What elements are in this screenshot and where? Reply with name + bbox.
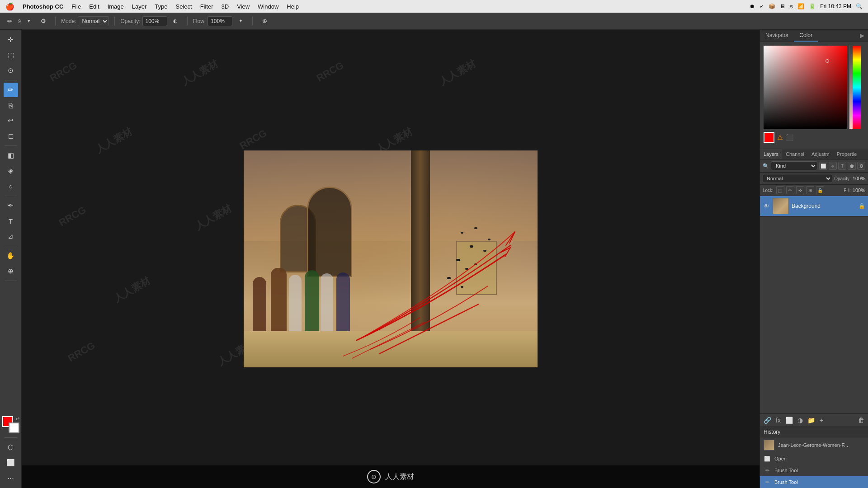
airbrush-btn[interactable]: ⊕: [258, 15, 271, 28]
tool-sep-1: [5, 80, 17, 80]
tool-eraser[interactable]: ◻: [4, 129, 18, 143]
lock-position-btn[interactable]: ✛: [796, 186, 804, 194]
tab-color[interactable]: Color: [794, 30, 818, 42]
opacity-jitter-btn[interactable]: ◐: [169, 15, 182, 28]
color-swatches-row: ⚠ ⬛: [764, 132, 861, 143]
tool-move[interactable]: ✛: [4, 33, 18, 47]
layer-effects-btn[interactable]: fx: [775, 416, 782, 425]
menu-type[interactable]: Type: [155, 3, 167, 10]
brush-settings-btn[interactable]: ⚙: [37, 15, 50, 28]
history-item-3[interactable]: ✏ Brush Tool: [760, 476, 868, 488]
tool-stamp[interactable]: ⎘: [4, 98, 18, 113]
flow-input[interactable]: [208, 16, 232, 26]
menu-edit[interactable]: Edit: [89, 3, 99, 10]
delete-layer-btn[interactable]: 🗑: [857, 416, 865, 425]
history-panel: History Jean-Leon-Gerome-Women-F... ⬜ Op…: [760, 427, 868, 488]
history-item-0[interactable]: Jean-Leon-Gerome-Women-F...: [760, 437, 868, 453]
menu-file[interactable]: File: [71, 3, 81, 10]
tool-brush[interactable]: ✏: [4, 83, 18, 97]
adjustment-layer-btn[interactable]: ◑: [797, 416, 804, 425]
filter-shape-btn[interactable]: ⬟: [848, 162, 856, 170]
history-item-1[interactable]: ⬜ Open: [760, 453, 868, 465]
artwork: [244, 150, 538, 367]
toolbar-sep-2: [114, 17, 115, 26]
switch-colors-btn[interactable]: ⇄: [16, 416, 19, 421]
filter-pixel-btn[interactable]: ⬜: [819, 162, 827, 170]
menu-select[interactable]: Select: [175, 3, 192, 10]
display-icon: 🖥: [780, 3, 785, 9]
canvas-area[interactable]: RRCG 人人素材 RRCG 人人素材 人人素材 RRCG 人人素材 RRCG …: [22, 30, 760, 488]
tool-hand[interactable]: ✋: [4, 249, 18, 263]
tool-screenmode[interactable]: ⬜: [4, 455, 18, 470]
tool-lasso[interactable]: ⊙: [4, 63, 18, 78]
tool-history-brush[interactable]: ↩: [4, 113, 18, 128]
blend-mode-select[interactable]: Normal: [763, 174, 832, 183]
tool-select-rect[interactable]: ⬚: [4, 48, 18, 62]
artwork-container: [244, 150, 538, 367]
history-title: History: [764, 429, 780, 435]
menu-window[interactable]: Window: [258, 3, 278, 10]
tool-blur[interactable]: ◈: [4, 164, 18, 178]
menu-image[interactable]: Image: [108, 3, 124, 10]
opacity-group: Opacity: ◐: [120, 15, 181, 28]
tool-text[interactable]: T: [4, 214, 18, 228]
opacity-input[interactable]: [142, 16, 167, 26]
mode-select[interactable]: Normal: [78, 16, 109, 26]
kind-filter-select[interactable]: Kind: [771, 161, 817, 170]
tool-dodge[interactable]: ○: [4, 179, 18, 193]
menu-layer[interactable]: Layer: [132, 3, 147, 10]
lock-all-btn[interactable]: 🔒: [816, 186, 824, 194]
panel-arrow[interactable]: ▶: [856, 30, 868, 42]
lock-transparent-btn[interactable]: ⬚: [776, 186, 784, 194]
brush-tool-btn[interactable]: ✏: [4, 15, 16, 28]
tab-adjustments[interactable]: Adjustm: [808, 149, 833, 159]
add-mask-btn[interactable]: ⬜: [784, 416, 794, 425]
tool-zoom[interactable]: ⊕: [4, 264, 18, 278]
layer-lock-row: Lock: ⬚ ✏ ✛ ⊞ 🔒 Fill: 100%: [760, 185, 868, 196]
menubar-right-icons: ⏺ ✓ 📦 🖥 ⎋ 📶 🔋 Fri 10:43 PM 🔍: [750, 3, 863, 9]
new-group-btn[interactable]: 📁: [807, 416, 816, 425]
tool-extra[interactable]: ⋯: [4, 471, 18, 485]
flow-jitter-btn[interactable]: ✦: [234, 15, 247, 28]
watermark-3: RRCG: [315, 60, 346, 84]
watermark-9: 人人素材: [193, 202, 234, 233]
lock-artboard-btn[interactable]: ⊞: [806, 186, 814, 194]
filter-text-btn[interactable]: T: [838, 162, 846, 170]
tab-navigator[interactable]: Navigator: [760, 30, 794, 42]
history-icon-brush-1: ✏: [764, 467, 771, 474]
link-layers-btn[interactable]: 🔗: [763, 416, 772, 425]
color-picker[interactable]: ⚠ ⬛: [764, 46, 861, 145]
tool-pen[interactable]: ✒: [4, 198, 18, 213]
filter-adjustment-btn[interactable]: ⎆: [829, 162, 837, 170]
new-layer-btn[interactable]: +: [819, 416, 824, 425]
tab-properties[interactable]: Propertie: [833, 149, 861, 159]
tool-quickmask[interactable]: ⬡: [4, 440, 18, 455]
watermark-14: RRCG: [66, 340, 97, 365]
layer-visibility-btn[interactable]: 👁: [763, 202, 770, 210]
filter-smart-btn[interactable]: ⚙: [857, 162, 865, 170]
bluetooth-icon: ⎋: [790, 3, 793, 9]
site-name: 人人素材: [385, 472, 414, 482]
tool-gradient[interactable]: ◧: [4, 148, 18, 163]
tool-path[interactable]: ⊿: [4, 229, 18, 244]
lock-paint-btn[interactable]: ✏: [786, 186, 794, 194]
search-icon[interactable]: 🔍: [856, 3, 863, 9]
color-hue-slider[interactable]: [853, 46, 861, 129]
background-color[interactable]: [9, 422, 19, 433]
apple-menu[interactable]: 🍎: [5, 2, 14, 11]
menu-filter[interactable]: Filter: [200, 3, 213, 10]
tab-channel[interactable]: Channel: [782, 149, 808, 159]
layer-item-background[interactable]: 👁 Background 🔒: [760, 196, 868, 216]
fg-swatch[interactable]: [764, 132, 774, 143]
lock-label: Lock:: [763, 188, 774, 193]
flow-group: Flow: ✦: [193, 15, 247, 28]
menu-help[interactable]: Help: [287, 3, 299, 10]
history-item-2[interactable]: ✏ Brush Tool: [760, 465, 868, 476]
menu-3d[interactable]: 3D: [222, 3, 229, 10]
app-name: Photoshop CC: [23, 3, 63, 10]
watermark-5: 人人素材: [93, 125, 134, 156]
color-gradient-picker[interactable]: [764, 46, 847, 129]
tab-layers[interactable]: Layers: [760, 149, 782, 159]
menu-view[interactable]: View: [237, 3, 250, 10]
brush-picker-btn[interactable]: ▾: [23, 15, 35, 28]
